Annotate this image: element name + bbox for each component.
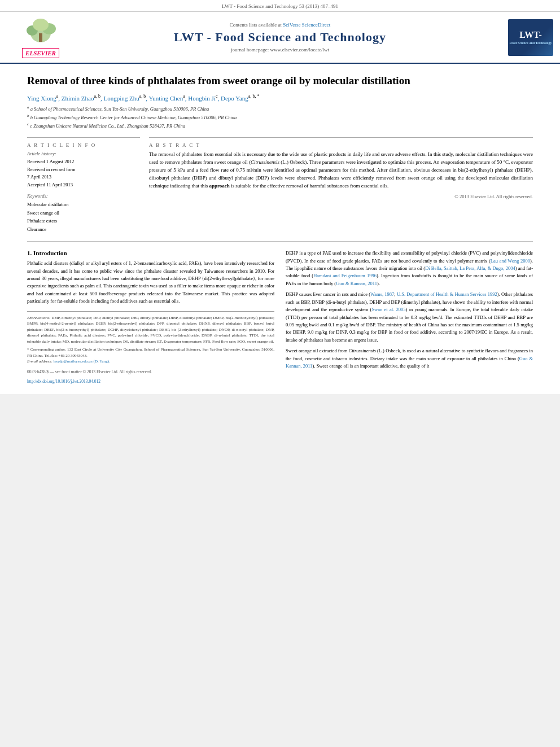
intro-para-1: Phthalic acid diesters (dialkyl or alkyl… [27,260,274,305]
history-dates: Received 1 August 2012 Received in revis… [27,158,140,189]
cite-lau: Lau and Wong 2000 [491,258,530,264]
body-left: 1. Introduction Phthalic acid diesters (… [27,250,274,384]
intro-para-4: Sweet orange oil extracted from Citrussi… [286,347,533,370]
sciverse-text: Contents lists available at SciVerse Sci… [75,22,485,28]
lwt-logo-box: LWT- Food Science and Technology [508,19,553,56]
doi-link[interactable]: http://dx.doi.org/10.1016/j.lwt.2013.04.… [27,379,100,384]
intro-para-3: DEHP causes liver cancer in rats and mic… [286,291,533,344]
banner-left: ELSEVIER [7,16,75,58]
abstract-col: A B S T R A C T The removal of phthalate… [149,137,533,233]
article-info-col: A R T I C L E I N F O Article history: R… [27,137,140,233]
journal-title-banner: LWT - Food Science and Technology [75,30,485,45]
cite-hamdani: Hamdani and Feigenbaum 1996 [313,273,377,278]
header-bar: LWT - Food Science and Technology 53 (20… [0,0,560,12]
elsevier-logo: ELSEVIER [22,48,59,58]
cite-us-dept: U.S. Department of Health & Human Servic… [397,291,497,297]
journal-homepage: journal homepage: www.elsevier.com/locat… [75,47,485,53]
keywords-label: Keywords: [27,193,140,199]
content: Removal of three kinds of phthalates fro… [0,64,560,394]
affiliations: a a School of Pharmaceutical Sciences, S… [27,104,533,129]
keywords-list: Molecular distillation Sweet orange oil … [27,200,140,233]
cite-swan: Swan et al. 2005 [371,307,405,312]
body-right: DEHP is a type of PAE used to increase t… [286,250,533,384]
issn-line: 0023-6438/$ — see front matter © 2013 El… [27,369,274,374]
authors: Ying Xionga, Zhimin Zhaoa, b, Longping Z… [27,94,533,102]
sciverse-link[interactable]: SciVerse ScienceDirect [283,22,330,28]
footnote-divider [27,311,274,312]
svg-rect-1 [39,33,42,42]
doi-line: http://dx.doi.org/10.1016/j.lwt.2013.04.… [27,379,274,384]
history-label: Article history: [27,151,140,156]
abstract-text: The removal of phthalates from essential… [149,151,533,190]
journal-banner: ELSEVIER Contents lists available at Sci… [0,12,560,64]
page: LWT - Food Science and Technology 53 (20… [0,0,560,394]
abstract-header: A B S T R A C T [149,142,533,148]
body-content: 1. Introduction Phthalic acid diesters (… [27,250,533,384]
article-info: A R T I C L E I N F O Article history: R… [27,137,140,233]
intro-para-2: DEHP is a type of PAE used to increase t… [286,250,533,287]
footnote-email-link[interactable]: lssydp@mailsysu.edu.cn (D. Yang). [53,359,110,364]
plant-icon [18,16,63,45]
svg-point-4 [33,19,49,31]
footnote-corresponding: * Corresponding author. 132 East Circle … [27,347,274,359]
banner-right: LWT- Food Science and Technology [485,19,553,56]
cite-wams: Wams, 1987 [370,291,394,297]
cite-guo2: Guo & Kannan, 2011 [286,356,533,369]
section-divider [27,241,533,242]
copyright: © 2013 Elsevier Ltd. All rights reserved… [149,194,533,199]
journal-ref: LWT - Food Science and Technology 53 (20… [222,3,338,9]
intro-section-title: 1. Introduction [27,250,274,256]
cite-guo1: Guo & Kannan, 2011 [336,281,377,286]
footnote-email: E-mail address: lssydp@mailsysu.edu.cn (… [27,359,274,365]
abstract-box: A B S T R A C T The removal of phthalate… [149,137,533,199]
banner-center: Contents lists available at SciVerse Sci… [75,22,485,53]
cite-dibella: Di Bella, Saittab, La Pera, Alfa, & Dugo… [425,265,515,271]
footnote-abbreviations: Abbreviations: DMP, dimethyl phthalate; … [27,315,274,345]
article-title: Removal of three kinds of phthalates fro… [27,74,533,88]
lwt-logo-sub: Food Science and Technology [509,41,552,45]
article-info-abstract: A R T I C L E I N F O Article history: R… [27,137,533,233]
article-info-header: A R T I C L E I N F O [27,142,140,148]
